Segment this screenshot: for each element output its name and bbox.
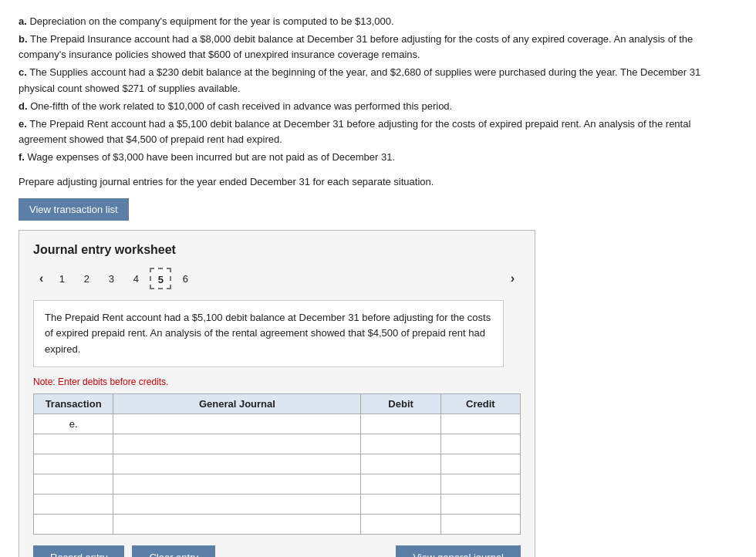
button-row: Record entry Clear entry View general jo… (33, 545, 521, 557)
general-journal-cell-2[interactable] (113, 454, 361, 474)
table-row (34, 434, 521, 454)
debit-cell-0[interactable] (361, 414, 440, 434)
credit-input-3[interactable] (446, 476, 515, 492)
transaction-cell-2 (34, 454, 113, 474)
note-text: Note: Enter debits before credits. (33, 376, 521, 387)
header-transaction: Transaction (34, 393, 113, 414)
credit-input-1[interactable] (446, 436, 515, 452)
view-transaction-button[interactable]: View transaction list (19, 198, 129, 221)
general-journal-input-4[interactable] (118, 496, 356, 512)
header-general-journal: General Journal (113, 393, 361, 414)
general-journal-input-3[interactable] (118, 476, 356, 492)
credit-input-0[interactable] (446, 416, 515, 432)
problem-item-e: e. The Prepaid Rent account had a $5,100… (19, 116, 737, 147)
credit-input-2[interactable] (446, 456, 515, 472)
transaction-cell-0: e. (34, 414, 113, 434)
header-credit: Credit (440, 393, 520, 414)
debit-input-0[interactable] (366, 416, 435, 432)
credit-cell-3[interactable] (440, 474, 520, 494)
credit-cell-1[interactable] (440, 434, 520, 454)
scenario-box: The Prepaid Rent account had a $5,100 de… (33, 300, 504, 366)
general-journal-cell-3[interactable] (113, 474, 361, 494)
journal-table: Transaction General Journal Debit Credit… (33, 393, 521, 535)
debit-cell-5[interactable] (361, 514, 440, 534)
general-journal-cell-4[interactable] (113, 494, 361, 514)
general-journal-cell-1[interactable] (113, 434, 361, 454)
table-row (34, 494, 521, 514)
debit-cell-4[interactable] (361, 494, 440, 514)
prev-tab-button[interactable]: ‹ (33, 270, 49, 287)
record-entry-button[interactable]: Record entry (33, 545, 124, 557)
general-journal-input-0[interactable] (118, 416, 356, 432)
credit-cell-5[interactable] (440, 514, 520, 534)
debit-input-5[interactable] (366, 516, 435, 532)
problem-item-a: a. Depreciation on the company's equipme… (19, 14, 737, 29)
credit-cell-4[interactable] (440, 494, 520, 514)
problem-text: a. Depreciation on the company's equipme… (19, 14, 737, 165)
problem-item-d: d. One-fifth of the work related to $10,… (19, 99, 737, 114)
prepare-text: Prepare adjusting journal entries for th… (19, 176, 737, 187)
transaction-cell-4 (34, 494, 113, 514)
credit-cell-2[interactable] (440, 454, 520, 474)
debit-cell-3[interactable] (361, 474, 440, 494)
credit-input-5[interactable] (446, 516, 515, 532)
transaction-cell-3 (34, 474, 113, 494)
tab-navigation: ‹ 1 2 3 4 5 6 › (33, 268, 521, 289)
transaction-cell-5 (34, 514, 113, 534)
tab-4[interactable]: 4 (125, 268, 147, 289)
general-journal-cell-0[interactable] (113, 414, 361, 434)
credit-input-4[interactable] (446, 496, 515, 512)
problem-item-f: f. Wage expenses of $3,000 have been inc… (19, 150, 737, 165)
next-tab-button[interactable]: › (505, 270, 521, 287)
table-row (34, 454, 521, 474)
credit-cell-0[interactable] (440, 414, 520, 434)
prepare-section: Prepare adjusting journal entries for th… (19, 176, 737, 187)
problem-item-b: b. The Prepaid Insurance account had a $… (19, 32, 737, 62)
tab-3[interactable]: 3 (100, 268, 122, 289)
clear-entry-button[interactable]: Clear entry (132, 545, 215, 557)
debit-input-4[interactable] (366, 496, 435, 512)
worksheet-container: Journal entry worksheet ‹ 1 2 3 4 5 6 › … (19, 230, 535, 557)
debit-cell-1[interactable] (361, 434, 440, 454)
table-row: e. (34, 414, 521, 434)
header-debit: Debit (361, 393, 440, 414)
debit-cell-2[interactable] (361, 454, 440, 474)
view-general-journal-button[interactable]: View general journal (396, 545, 521, 557)
debit-input-2[interactable] (366, 456, 435, 472)
debit-input-1[interactable] (366, 436, 435, 452)
general-journal-input-1[interactable] (118, 436, 356, 452)
transaction-cell-1 (34, 434, 113, 454)
debit-input-3[interactable] (366, 476, 435, 492)
tab-5[interactable]: 5 (150, 268, 171, 289)
worksheet-title: Journal entry worksheet (33, 243, 521, 257)
general-journal-input-2[interactable] (118, 456, 356, 472)
problem-item-c: c. The Supplies account had a $230 debit… (19, 65, 737, 96)
general-journal-input-5[interactable] (118, 516, 356, 532)
table-row (34, 474, 521, 494)
table-row (34, 514, 521, 534)
general-journal-cell-5[interactable] (113, 514, 361, 534)
tab-1[interactable]: 1 (51, 268, 73, 289)
tab-2[interactable]: 2 (76, 268, 97, 289)
tab-6[interactable]: 6 (174, 268, 196, 289)
